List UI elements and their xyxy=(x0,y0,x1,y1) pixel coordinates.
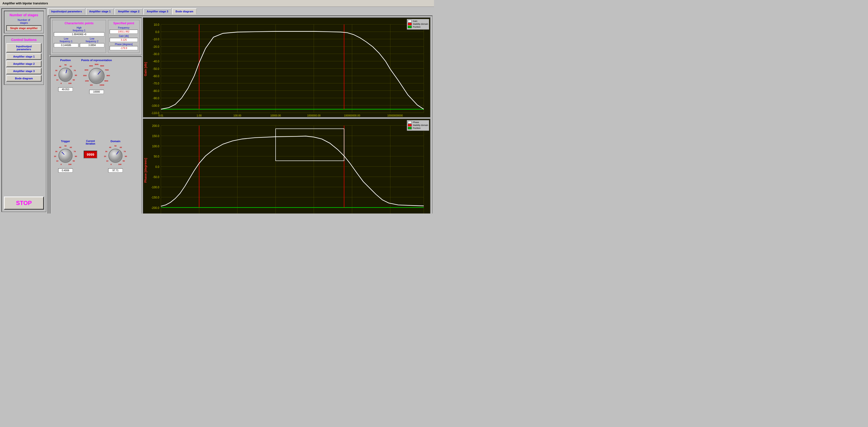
svg-text:10000.00: 10000.00 xyxy=(270,114,281,117)
svg-text:0: 0 xyxy=(61,163,62,165)
low-freq-1-label: Lowfrequency 1 xyxy=(54,37,79,43)
btn-amplifier-stage-1[interactable]: Amplifier stage 1 xyxy=(6,53,41,60)
domain-label: Domain xyxy=(111,140,120,143)
stop-button[interactable]: STOP xyxy=(4,196,44,210)
right-panel: Input/output parameters Amplifier stage … xyxy=(48,8,433,212)
gain-chart-svg: 10.0 0.0 -10.0 -20.0 -30.0 -40.0 -50.0 -… xyxy=(143,18,430,117)
main-container: Number of stages Number ofstages Single … xyxy=(0,7,434,214)
svg-rect-101 xyxy=(143,119,430,214)
gain-legend-color xyxy=(408,20,412,22)
current-iteration-group: Currentiteration 9999 xyxy=(81,140,100,163)
control-buttons-title: Control buttons xyxy=(6,38,41,42)
svg-text:50: 50 xyxy=(65,145,67,147)
svg-text:70: 70 xyxy=(74,69,76,71)
points-rep-knob-scale: 5000 6000 7000 8000 9000 10000 4000 3000… xyxy=(83,63,110,89)
points-rep-label: Points of representation xyxy=(81,59,112,62)
svg-text:200.0: 200.0 xyxy=(152,124,159,128)
svg-text:1000: 1000 xyxy=(85,80,89,82)
tab-input-output[interactable]: Input/output parameters xyxy=(48,8,85,14)
low-freq-2-label: Lowfrequency 2 xyxy=(80,37,104,43)
high-freq-1-value: 1.884696E+8 xyxy=(54,32,104,36)
svg-text:Gain [db]: Gain [db] xyxy=(144,62,147,76)
charts-panel: Gain Stability domain Pozition xyxy=(143,18,431,214)
btn-bode-diagram[interactable]: Bode diagram xyxy=(6,75,41,82)
svg-text:7000: 7000 xyxy=(105,69,109,71)
svg-text:-30.0: -30.0 xyxy=(153,52,159,56)
svg-text:6000: 6000 xyxy=(100,65,104,67)
svg-text:10: 10 xyxy=(56,79,59,81)
tab-amplifier-stage-3[interactable]: Amplifier stage 3 xyxy=(143,8,172,14)
svg-point-50 xyxy=(109,149,122,162)
svg-text:10.0: 10.0 xyxy=(154,23,159,26)
svg-text:60: 60 xyxy=(70,65,72,67)
svg-text:20: 20 xyxy=(54,74,56,77)
points-representation-knob-group: Points of representation 5000 6000 7000 … xyxy=(81,59,112,94)
svg-text:50: 50 xyxy=(115,145,117,147)
gain-chart-legend: Gain Stability domain Pozition xyxy=(407,19,429,30)
stability-legend-label-gain: Stability domain xyxy=(413,23,428,25)
trigger-knob-group: Trigger 50 60 70 80 90 100 40 30 xyxy=(52,140,79,173)
knobs-panel: Position 50 60 70 80 90 100 40 xyxy=(50,56,142,214)
phase-value: -179.9 xyxy=(110,46,138,50)
btn-amplifier-stage-3[interactable]: Amplifier stage 3 xyxy=(6,68,41,74)
svg-text:-110.0: -110.0 xyxy=(151,111,159,115)
svg-text:100.00: 100.00 xyxy=(234,114,241,117)
svg-text:30: 30 xyxy=(55,150,58,153)
svg-text:40: 40 xyxy=(59,146,61,149)
svg-text:100000000.00: 100000000.00 xyxy=(344,114,360,117)
current-iteration-value: 9999 xyxy=(84,151,97,158)
svg-text:-50.0: -50.0 xyxy=(153,67,159,70)
phase-label: Phase [degrees] xyxy=(110,43,138,45)
char-points-box: Characteristic points Highfrequency 1 1.… xyxy=(50,18,142,55)
svg-text:30: 30 xyxy=(105,150,107,153)
gain-legend-label: Gain xyxy=(413,20,417,22)
svg-rect-52 xyxy=(143,18,430,117)
specified-point-title: Specified point xyxy=(110,22,138,25)
svg-text:-60.0: -60.0 xyxy=(153,74,159,78)
tab-amplifier-stage-1[interactable]: Amplifier stage 1 xyxy=(86,8,114,14)
btn-amplifier-stage-2[interactable]: Amplifier stage 2 xyxy=(6,61,41,67)
gain-value: 3.125 xyxy=(110,38,138,42)
position-value: 49.053 xyxy=(58,87,73,91)
svg-text:1.00: 1.00 xyxy=(197,114,202,117)
svg-text:90: 90 xyxy=(73,79,75,81)
svg-text:0.01: 0.01 xyxy=(158,114,163,117)
svg-text:2000: 2000 xyxy=(83,75,87,77)
svg-text:9000: 9000 xyxy=(104,80,108,82)
content-area: Characteristic points Highfrequency 1 1.… xyxy=(48,16,433,214)
svg-text:70: 70 xyxy=(124,150,126,153)
svg-text:80: 80 xyxy=(75,155,77,157)
stability-legend-color-gain xyxy=(408,23,412,25)
svg-text:70: 70 xyxy=(74,150,76,153)
btn-input-output[interactable]: Input/output parameters xyxy=(6,43,41,52)
left-panel: Number of stages Number ofstages Single … xyxy=(1,8,46,212)
svg-text:5000: 5000 xyxy=(95,64,98,65)
svg-text:100.0: 100.0 xyxy=(152,145,159,148)
svg-text:-90.0: -90.0 xyxy=(153,97,159,100)
position-knob-label: Position xyxy=(60,59,71,62)
control-buttons-section: Control buttons Input/output parameters … xyxy=(4,35,44,85)
position-legend-color-phase xyxy=(408,127,412,129)
svg-text:50: 50 xyxy=(65,64,67,66)
svg-text:10: 10 xyxy=(56,160,59,162)
trigger-knob-scale: 50 60 70 80 90 100 40 30 20 10 0 xyxy=(53,144,78,168)
svg-text:0.0: 0.0 xyxy=(155,165,159,169)
tab-bode-diagram[interactable]: Bode diagram xyxy=(172,8,196,14)
number-of-stages-subtitle: Number ofstages xyxy=(6,19,41,24)
phase-legend-label: Phase xyxy=(413,121,419,123)
current-iteration-label: Currentiteration xyxy=(86,140,95,145)
svg-text:-200.0: -200.0 xyxy=(151,206,159,210)
svg-text:-80.0: -80.0 xyxy=(153,89,159,93)
svg-text:-20.0: -20.0 xyxy=(153,45,159,49)
stability-legend-label-phase: Stability domain xyxy=(413,124,428,126)
domain-knob-scale: 50 60 70 80 90 100 40 30 20 10 0 xyxy=(103,144,128,168)
points-rep-value: 10000 xyxy=(89,90,104,94)
phase-chart-svg: 200.0 150.0 100.0 50.0 0.0 -50.0 -100.0 … xyxy=(143,119,430,214)
tab-amplifier-stage-2[interactable]: Amplifier stage 2 xyxy=(115,8,143,14)
svg-text:3000: 3000 xyxy=(85,69,88,71)
position-legend-label-gain: Pozition xyxy=(413,26,421,28)
title-bar: Amplifier with bipolar transistors xyxy=(0,0,434,7)
domain-knob-group: Domain 50 60 70 80 90 100 40 30 xyxy=(102,140,129,173)
characteristic-points-panel: Characteristic points Highfrequency 1 1.… xyxy=(52,20,106,53)
svg-text:-100.0: -100.0 xyxy=(151,104,159,108)
